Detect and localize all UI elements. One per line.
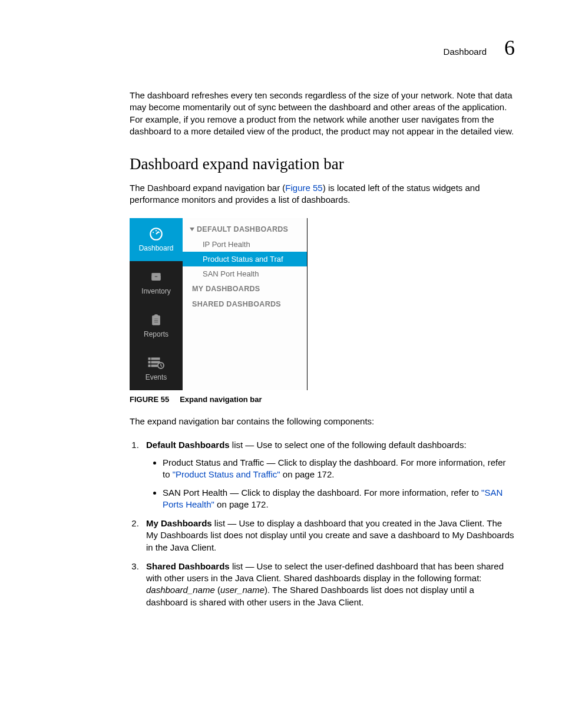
nav-sidebar: Dashboard Inventory Reports Events	[130, 218, 183, 390]
bullet-text: on page 172.	[214, 499, 269, 509]
bold-term: Default Dashboards	[146, 440, 230, 450]
list-text: (	[215, 585, 220, 595]
svg-rect-14	[151, 365, 157, 367]
expand-panel: DEFAULT DASHBOARDS IP Port Health Produc…	[183, 218, 307, 390]
figure-caption: FIGURE 55Expand navigation bar	[130, 395, 515, 404]
bullet-item: SAN Port Health — Click to display the d…	[163, 487, 515, 511]
xref-product-status[interactable]: "Product Status and Traffic"	[173, 469, 280, 479]
nav-item-reports[interactable]: Reports	[130, 304, 183, 347]
bullet-item: Product Status and Traffic — Click to di…	[163, 457, 515, 481]
events-list-icon	[148, 355, 164, 371]
group-label: DEFAULT DASHBOARDS	[197, 225, 288, 233]
svg-rect-8	[154, 322, 158, 322]
figure-55: Dashboard Inventory Reports Events	[130, 218, 308, 390]
svg-rect-7	[154, 320, 158, 321]
after-figure-text: The expand navigation bar contains the f…	[130, 416, 515, 427]
svg-rect-11	[148, 361, 150, 363]
drawer-icon	[148, 269, 164, 285]
bullet-text: on page 172.	[280, 469, 335, 479]
svg-rect-6	[154, 318, 158, 319]
svg-rect-2	[152, 274, 161, 275]
italic-term: dashboard_name	[146, 585, 215, 595]
bold-term: Shared Dashboards	[146, 561, 230, 571]
nav-label: Inventory	[141, 287, 170, 295]
section-lead-text-1: The Dashboard expand navigation bar (	[130, 183, 285, 193]
bullet-text: SAN Port Health — Click to display the d…	[163, 487, 481, 498]
nav-label: Reports	[144, 330, 168, 338]
header-chapter-number: 6	[504, 35, 515, 60]
nav-item-inventory[interactable]: Inventory	[130, 261, 183, 304]
italic-term: user_name	[220, 585, 265, 595]
svg-rect-9	[148, 358, 150, 360]
figure-number: FIGURE 55	[130, 395, 169, 404]
section-lead: The Dashboard expand navigation bar (Fig…	[130, 182, 515, 206]
dash-item-product-status[interactable]: Product Status and Traf	[183, 252, 307, 266]
nav-label: Events	[146, 373, 167, 381]
list-item: Default Dashboards list — Use to select …	[141, 439, 515, 510]
group-my-dashboards[interactable]: MY DASHBOARDS	[183, 281, 307, 297]
list-text: list — Use to select one of the followin…	[230, 440, 467, 450]
gauge-icon	[148, 226, 164, 242]
section-heading: Dashboard expand navigation bar	[130, 155, 515, 173]
group-shared-dashboards[interactable]: SHARED DASHBOARDS	[183, 297, 307, 312]
bold-term: My Dashboards	[146, 518, 212, 528]
svg-rect-13	[148, 365, 150, 367]
clipboard-icon	[148, 312, 164, 328]
svg-rect-12	[151, 361, 160, 363]
list-item: My Dashboards list — Use to display a da…	[141, 518, 515, 554]
chevron-down-icon	[190, 228, 194, 231]
header-section-label: Dashboard	[444, 47, 487, 57]
svg-rect-10	[151, 358, 160, 360]
figure-reference-link[interactable]: Figure 55	[285, 183, 322, 193]
sub-bullets: Product Status and Traffic — Click to di…	[146, 457, 515, 510]
dash-item-san-port-health[interactable]: SAN Port Health	[183, 266, 307, 281]
nav-item-dashboard[interactable]: Dashboard	[130, 218, 183, 261]
group-default-dashboards[interactable]: DEFAULT DASHBOARDS	[183, 222, 307, 237]
components-list: Default Dashboards list — Use to select …	[130, 439, 515, 608]
svg-rect-3	[154, 276, 158, 277]
intro-paragraph: The dashboard refreshes every ten second…	[130, 90, 515, 137]
nav-item-events[interactable]: Events	[130, 347, 183, 390]
nav-label: Dashboard	[139, 244, 174, 252]
dash-item-ip-port-health[interactable]: IP Port Health	[183, 237, 307, 252]
figure-caption-text: Expand navigation bar	[180, 395, 262, 404]
svg-rect-5	[154, 315, 158, 317]
list-item: Shared Dashboards list — Use to select t…	[141, 561, 515, 608]
page-header: Dashboard 6	[130, 35, 515, 60]
